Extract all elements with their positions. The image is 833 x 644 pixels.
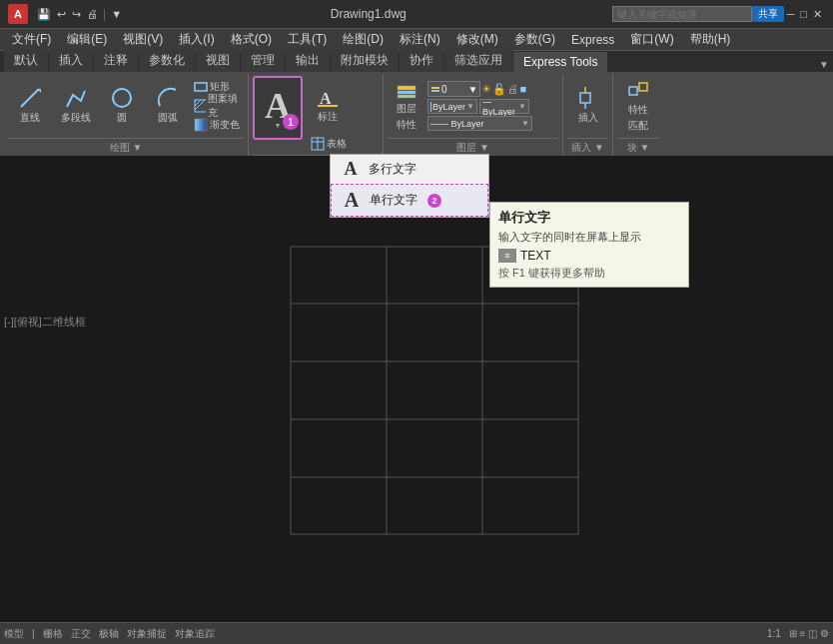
menu-params[interactable]: 参数(G)	[506, 29, 563, 50]
menu-view[interactable]: 视图(V)	[115, 29, 171, 50]
menu-draw[interactable]: 绘图(D)	[335, 29, 392, 50]
singleline-text-item[interactable]: A 单行文字 2	[331, 184, 488, 217]
layer-print-icon[interactable]: 🖨	[507, 83, 518, 95]
color-combo[interactable]: ByLayer ▼	[427, 99, 477, 114]
annot-row2: 表格	[309, 135, 379, 153]
insert-content: 插入	[569, 76, 607, 136]
layer-combo[interactable]: 0 ▼	[427, 81, 480, 97]
linetype-combo[interactable]: —— ByLayer ▼	[427, 116, 532, 131]
svg-rect-18	[431, 90, 439, 92]
menu-tools[interactable]: 工具(T)	[280, 29, 335, 50]
menu-file[interactable]: 文件(F)	[4, 29, 59, 50]
svg-rect-19	[580, 93, 590, 103]
qa-undo[interactable]: ↩	[54, 7, 69, 22]
block-group: 特性 匹配 块 ▼	[613, 74, 663, 157]
app-icon: A	[8, 4, 28, 24]
autocomplete-input[interactable]	[612, 6, 752, 22]
lineweight-combo[interactable]: — ByLayer ▼	[479, 99, 529, 114]
insert-label: 插入	[578, 111, 598, 125]
layer-lock-icon[interactable]: 🔓	[492, 83, 506, 96]
layer-props-btn[interactable]: 图层 特性	[388, 78, 425, 134]
layer-props-sublabel: 特性	[397, 118, 416, 132]
polyline-btn[interactable]: 多段线	[54, 76, 98, 136]
coords-x: 模型	[4, 627, 24, 641]
tab-parametric[interactable]: 参数化	[139, 49, 195, 72]
layer-color-icon[interactable]: ■	[519, 83, 526, 95]
arc-btn[interactable]: 圆弧	[146, 76, 190, 136]
menu-insert[interactable]: 插入(I)	[171, 29, 222, 50]
tooltip-description: 输入文字的同时在屏幕上显示	[498, 230, 680, 245]
tab-output[interactable]: 输出	[286, 49, 330, 72]
tab-insert[interactable]: 插入	[49, 49, 93, 72]
maximize-btn[interactable]: □	[797, 7, 810, 21]
tab-collaborate[interactable]: 协作	[400, 49, 443, 72]
tab-addons[interactable]: 附加模块	[331, 49, 399, 72]
ribbon-tabs: 默认 插入 注释 参数化 视图 管理 输出 附加模块 协作 筛选应用 Expre…	[0, 50, 833, 72]
snap-btn[interactable]: 栅格	[43, 627, 63, 641]
layers-group-label[interactable]: 图层 ▼	[388, 138, 558, 155]
layer-controls: 0 ▼ ☀ 🔓 🖨 ■ ByLayer ▼	[427, 81, 532, 131]
table-btn[interactable]: 表格	[309, 135, 379, 153]
gradient-label: 渐变色	[210, 118, 240, 132]
tooltip-panel: 单行文字 输入文字的同时在屏幕上显示 ≡ TEXT 按 F1 键获得更多帮助	[489, 202, 689, 288]
multiline-text-item[interactable]: A 多行文字	[331, 155, 488, 184]
circle-btn[interactable]: 圆	[100, 76, 144, 136]
qa-print[interactable]: 🖨	[84, 7, 101, 21]
share-button[interactable]: 共享	[752, 6, 784, 22]
svg-rect-17	[431, 87, 439, 89]
tab-default[interactable]: 默认	[4, 49, 48, 72]
block-btn[interactable]: 特性 匹配	[619, 76, 657, 136]
layers-group: 图层 特性 0 ▼ ☀ 🔓 🖨	[384, 74, 563, 157]
qa-dropdown[interactable]: ▼	[108, 7, 125, 21]
layer-row1: 图层 特性 0 ▼ ☀ 🔓 🖨	[388, 78, 532, 134]
menu-window[interactable]: 窗口(W)	[622, 29, 681, 50]
insert-btn[interactable]: 插入	[569, 76, 607, 136]
qa-save[interactable]: 💾	[34, 7, 54, 22]
hatch-btn[interactable]: 图案填充	[192, 97, 244, 115]
layer-combo-row: 0 ▼ ☀ 🔓 🖨 ■	[427, 81, 532, 97]
gradient-btn[interactable]: 渐变色	[192, 116, 244, 134]
text-main-button[interactable]: A 1 ▼	[253, 76, 303, 140]
zoom-level: 1:1	[767, 628, 781, 639]
color-label: ByLayer	[432, 102, 465, 112]
insert-group-label[interactable]: 插入 ▼	[567, 138, 608, 155]
insert-group: 插入 插入 ▼	[563, 74, 613, 157]
layer-sun-icon[interactable]: ☀	[481, 83, 491, 96]
linetype-label: —— ByLayer	[430, 119, 484, 129]
menu-help[interactable]: 帮助(H)	[682, 29, 739, 50]
layers-content: 图层 特性 0 ▼ ☀ 🔓 🖨	[388, 76, 558, 136]
block-group-label[interactable]: 块 ▼	[617, 138, 659, 155]
tab-express-tools[interactable]: Express Tools	[513, 52, 607, 72]
ortho-btn[interactable]: 正交	[71, 627, 91, 641]
tab-manage[interactable]: 管理	[241, 49, 285, 72]
gradient-icon	[194, 118, 208, 132]
tab-view[interactable]: 视图	[196, 49, 240, 72]
tab-filter[interactable]: 筛选应用	[444, 49, 512, 72]
layer-props-label: 图层	[397, 102, 416, 116]
insert-icon	[577, 87, 599, 109]
close-btn[interactable]: ✕	[810, 7, 825, 22]
singleline-text-label: 单行文字	[370, 192, 417, 209]
annotation-btn[interactable]: A 标注	[309, 78, 347, 134]
menu-edit[interactable]: 编辑(E)	[59, 29, 115, 50]
otrack-btn[interactable]: 对象追踪	[175, 627, 215, 641]
line-label: 直线	[20, 111, 40, 125]
minimize-btn[interactable]: ─	[784, 7, 798, 21]
breadcrumb: [-][俯视]二维线框	[4, 315, 86, 329]
layer-combo-value: 0	[441, 84, 447, 95]
tab-annotate[interactable]: 注释	[94, 49, 138, 72]
menu-modify[interactable]: 修改(M)	[448, 29, 506, 50]
menu-dimension[interactable]: 标注(N)	[392, 29, 448, 50]
menu-express[interactable]: Express	[563, 31, 622, 49]
line-btn[interactable]: 直线	[8, 76, 52, 136]
polar-btn[interactable]: 极轴	[99, 627, 119, 641]
ribbon-collapse-btn[interactable]: ▼	[819, 59, 829, 72]
draw-group-label[interactable]: 绘图 ▼	[8, 138, 244, 155]
svg-rect-22	[629, 87, 637, 95]
qa-redo[interactable]: ↪	[69, 7, 84, 22]
block-content: 特性 匹配	[619, 76, 657, 136]
menu-format[interactable]: 格式(O)	[223, 29, 280, 50]
osnap-btn[interactable]: 对象捕捉	[127, 627, 167, 641]
status-icons: ⊞ ≡ ◫ ⚙	[789, 628, 829, 639]
circle-icon	[111, 87, 133, 109]
